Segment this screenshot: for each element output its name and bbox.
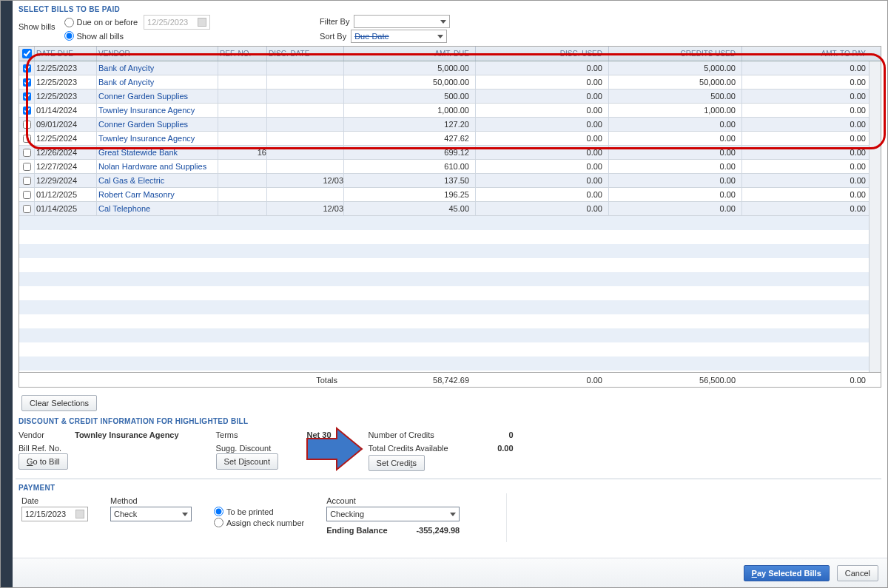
terms-label: Terms bbox=[216, 430, 290, 439]
table-row[interactable]: 01/12/2025Robert Carr Masonry196.250.000… bbox=[19, 188, 881, 202]
cell-amt-to-pay: 0.00 bbox=[741, 188, 872, 201]
row-checkbox[interactable] bbox=[23, 107, 31, 115]
table-row[interactable]: 12/25/2023Bank of Anycity50,000.000.0050… bbox=[19, 75, 881, 89]
header-vendor[interactable]: VENDOR bbox=[96, 47, 218, 61]
row-checkbox[interactable] bbox=[23, 163, 31, 171]
sort-by-value: Due Date bbox=[354, 32, 388, 41]
table-scrollbar[interactable] bbox=[869, 61, 881, 372]
radio-to-be-printed-input[interactable] bbox=[214, 507, 223, 516]
go-to-bill-button[interactable]: Go to Bill bbox=[18, 453, 68, 470]
bills-table: DATE DUE VENDOR REF. NO. DISC. DATE AMT.… bbox=[18, 46, 881, 388]
cell-vendor[interactable]: Nolan Hardware and Supplies bbox=[96, 160, 218, 173]
cell-credits-used: 500.00 bbox=[608, 89, 741, 103]
payment-date-value: 12/15/2023 bbox=[25, 510, 66, 518]
sugg-disc-label: Sugg. Discount bbox=[216, 444, 290, 453]
bills-table-header: DATE DUE VENDOR REF. NO. DISC. DATE AMT.… bbox=[19, 47, 881, 61]
cell-vendor[interactable]: Townley Insurance Agency bbox=[96, 132, 218, 145]
cell-vendor[interactable]: Bank of Anycity bbox=[96, 75, 218, 89]
sort-by-label: Sort By bbox=[320, 32, 346, 41]
payment-method-select[interactable]: Check bbox=[110, 507, 192, 521]
cell-ref-no bbox=[218, 75, 266, 89]
chevron-down-icon bbox=[182, 513, 188, 516]
cell-disc-used: 0.00 bbox=[475, 174, 608, 187]
row-checkbox[interactable] bbox=[23, 64, 31, 72]
row-checkbox[interactable] bbox=[23, 149, 31, 157]
sort-by-select[interactable]: Due Date bbox=[351, 30, 447, 43]
filter-by-select[interactable] bbox=[354, 15, 450, 28]
header-amt-to-pay[interactable]: AMT. TO PAY bbox=[741, 47, 872, 61]
cell-date-due: 09/01/2024 bbox=[34, 118, 96, 131]
cell-vendor[interactable]: Robert Carr Masonry bbox=[96, 188, 218, 201]
select-all-checkbox[interactable] bbox=[22, 49, 32, 58]
cell-amt-to-pay: 0.00 bbox=[741, 174, 872, 187]
table-row[interactable]: 09/01/2024Conner Garden Supplies127.200.… bbox=[19, 118, 881, 132]
radio-show-all-bills[interactable]: Show all bills bbox=[64, 31, 211, 41]
cell-date-due: 01/14/2024 bbox=[34, 104, 96, 117]
cancel-button[interactable]: Cancel bbox=[837, 565, 878, 581]
radio-due-on-or-before[interactable]: Due on or before 12/25/2023 bbox=[64, 15, 211, 30]
cell-amt-due: 1,000.00 bbox=[343, 104, 475, 117]
terms-value: Net 30 bbox=[295, 430, 332, 439]
table-row[interactable]: 01/14/2024Townley Insurance Agency1,000.… bbox=[19, 104, 881, 118]
row-checkbox[interactable] bbox=[23, 191, 31, 199]
cell-disc-date bbox=[266, 132, 343, 145]
header-checkbox-col[interactable] bbox=[19, 47, 34, 61]
radio-to-be-printed[interactable]: To be printed bbox=[214, 507, 304, 516]
table-row[interactable]: 12/25/2023Conner Garden Supplies500.000.… bbox=[19, 89, 881, 104]
section-title-payment: PAYMENT bbox=[18, 484, 881, 492]
pay-selected-bills-button[interactable]: Pay Selected Bills bbox=[744, 565, 830, 581]
payment-date-input[interactable]: 12/15/2023 bbox=[21, 507, 88, 521]
table-row[interactable]: 12/27/2024Nolan Hardware and Supplies610… bbox=[19, 160, 881, 174]
cell-vendor[interactable]: Bank of Anycity bbox=[96, 61, 218, 75]
table-row[interactable]: 12/26/2024Great Statewide Bank16699.120.… bbox=[19, 146, 881, 160]
cell-amt-due: 5,000.00 bbox=[343, 61, 475, 75]
cell-vendor[interactable]: Townley Insurance Agency bbox=[96, 104, 218, 117]
cell-credits-used: 0.00 bbox=[608, 160, 741, 173]
cell-amt-to-pay: 0.00 bbox=[741, 61, 872, 75]
table-row[interactable]: 12/25/2023Bank of Anycity5,000.000.005,0… bbox=[19, 61, 881, 75]
totals-row: Totals 58,742.69 0.00 56,500.00 0.00 bbox=[19, 372, 881, 387]
cell-ref-no bbox=[218, 174, 266, 187]
row-checkbox[interactable] bbox=[23, 177, 31, 185]
radio-assign-check-number[interactable]: Assign check number bbox=[214, 518, 304, 527]
header-date-due[interactable]: DATE DUE bbox=[34, 47, 96, 61]
row-checkbox[interactable] bbox=[23, 135, 31, 143]
totals-disc: 0.00 bbox=[475, 376, 608, 385]
cell-disc-date bbox=[266, 118, 343, 131]
clear-selections-button[interactable]: Clear Selections bbox=[21, 395, 97, 411]
cell-vendor[interactable]: Conner Garden Supplies bbox=[96, 118, 218, 131]
totals-cred: 56,500.00 bbox=[608, 376, 741, 385]
row-checkbox[interactable] bbox=[23, 78, 31, 87]
pay-col-method: Method Check bbox=[110, 496, 192, 521]
cell-disc-used: 0.00 bbox=[475, 118, 608, 131]
cell-amt-due: 196.25 bbox=[343, 188, 475, 201]
table-row[interactable]: 12/25/2024Townley Insurance Agency427.62… bbox=[19, 132, 881, 146]
cell-vendor[interactable]: Great Statewide Bank bbox=[96, 146, 218, 159]
pay-col-date: Date 12/15/2023 bbox=[21, 496, 88, 521]
table-row[interactable]: 12/29/2024Cal Gas & Electric12/03137.500… bbox=[19, 174, 881, 188]
header-disc-date[interactable]: DISC. DATE bbox=[266, 47, 343, 61]
header-disc-used[interactable]: DISC. USED bbox=[475, 47, 608, 61]
radio-assign-check-number-input[interactable] bbox=[214, 518, 223, 527]
row-checkbox[interactable] bbox=[23, 121, 31, 129]
set-discount-button[interactable]: Set Discount bbox=[216, 453, 278, 470]
radio-due-on-or-before-input[interactable] bbox=[64, 18, 74, 27]
payment-date-label: Date bbox=[21, 496, 88, 505]
payment-account-select[interactable]: Checking bbox=[326, 507, 460, 521]
header-amt-due[interactable]: AMT. DUE bbox=[343, 47, 475, 61]
row-checkbox[interactable] bbox=[23, 205, 31, 213]
cell-vendor[interactable]: Conner Garden Supplies bbox=[96, 89, 218, 103]
cell-date-due: 12/29/2024 bbox=[34, 174, 96, 187]
set-credits-button[interactable]: Set Credits bbox=[369, 455, 425, 471]
cell-vendor[interactable]: Cal Gas & Electric bbox=[96, 174, 218, 187]
calendar-icon[interactable] bbox=[75, 510, 84, 518]
header-credits-used[interactable]: CREDITS USED bbox=[608, 47, 741, 61]
table-row[interactable]: 01/14/2025Cal Telephone12/0345.000.000.0… bbox=[19, 202, 881, 216]
cell-disc-used: 0.00 bbox=[475, 188, 608, 201]
row-checkbox[interactable] bbox=[23, 92, 31, 101]
chevron-down-icon bbox=[437, 35, 443, 38]
cell-vendor[interactable]: Cal Telephone bbox=[96, 202, 218, 215]
header-ref-no[interactable]: REF. NO. bbox=[218, 47, 266, 61]
num-credits-label: Number of Credits bbox=[369, 430, 472, 439]
radio-show-all-bills-input[interactable] bbox=[64, 31, 74, 41]
